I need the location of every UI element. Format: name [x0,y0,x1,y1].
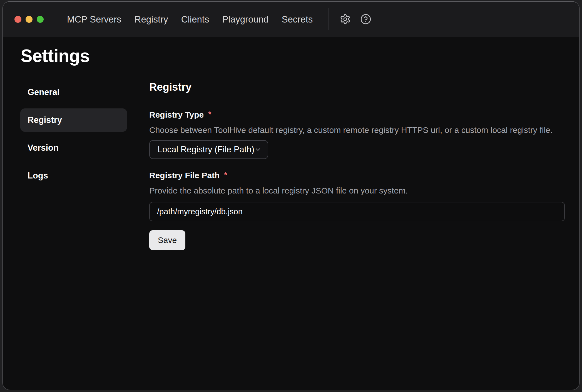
field-label-registry-file-path: Registry File Path * [149,170,565,181]
traffic-lights [14,16,44,23]
registry-file-path-label: Registry File Path [149,170,220,181]
nav-item-mcp-servers[interactable]: MCP Servers [67,15,121,24]
save-button[interactable]: Save [149,230,185,250]
main-nav: MCP Servers Registry Clients Playground … [67,15,313,24]
nav-item-playground[interactable]: Playground [222,15,269,24]
sidebar-item-general[interactable]: General [20,81,127,104]
close-button[interactable] [14,16,21,23]
nav-item-secrets[interactable]: Secrets [282,15,313,24]
required-asterisk: * [224,170,227,180]
zoom-button[interactable] [37,16,44,23]
titlebar: MCP Servers Registry Clients Playground … [3,2,579,37]
settings-content: Registry Registry Type * Choose between … [149,81,565,250]
sidebar-item-version[interactable]: Version [20,136,127,160]
required-asterisk: * [208,110,211,119]
registry-type-select-value: Local Registry (File Path) [158,145,254,155]
titlebar-icons [339,13,372,25]
sidebar-item-logs[interactable]: Logs [20,164,127,187]
app-window: MCP Servers Registry Clients Playground … [2,1,580,390]
minimize-button[interactable] [26,16,33,23]
registry-type-label: Registry Type [149,110,204,120]
settings-gear-icon[interactable] [339,13,351,25]
titlebar-divider [329,8,329,30]
page-title: Settings [21,46,89,66]
registry-type-select[interactable]: Local Registry (File Path) [149,140,268,159]
nav-item-registry[interactable]: Registry [135,15,168,24]
nav-item-clients[interactable]: Clients [181,15,209,24]
help-icon[interactable] [360,13,372,25]
registry-file-path-description: Provide the absolute path to a local reg… [149,185,565,196]
section-heading: Registry [149,81,565,93]
chevron-down-icon [254,145,262,154]
settings-sidebar: General Registry Version Logs [20,81,127,192]
registry-file-path-input[interactable] [149,202,565,221]
field-label-registry-type: Registry Type * [149,110,565,120]
sidebar-item-registry[interactable]: Registry [20,108,127,132]
registry-type-description: Choose between ToolHive default registry… [149,125,565,136]
